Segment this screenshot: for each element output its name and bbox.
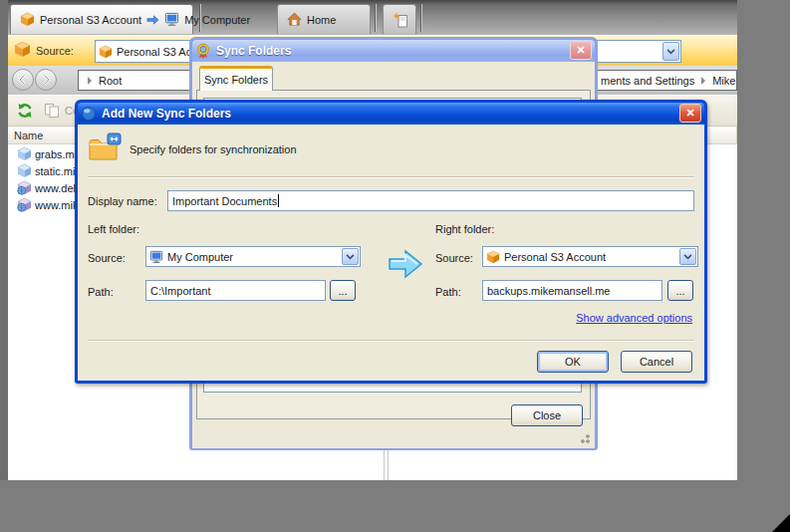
add-dialog-body: Specify folders for synchronization Disp…: [78, 125, 704, 381]
show-advanced-options-link[interactable]: Show advanced options: [576, 312, 692, 324]
bucket-icon: [99, 45, 113, 59]
sync-dialog-title: Sync Folders: [216, 44, 291, 58]
right-source-value: Personal S3 Account: [504, 251, 606, 263]
left-path-input[interactable]: C:\Important: [145, 280, 326, 301]
bucket-icon: [20, 12, 35, 27]
copy-icon: [44, 103, 60, 119]
forward-button[interactable]: [35, 69, 57, 91]
add-sync-folders-dialog: Add New Sync Folders ✕ Specify folders f…: [75, 100, 707, 384]
close-button[interactable]: Close: [511, 404, 583, 426]
right-folder-heading: Right folder:: [435, 223, 494, 235]
ok-button[interactable]: OK: [537, 351, 609, 373]
left-source-select[interactable]: My Computer: [145, 246, 361, 267]
add-dialog-title: Add New Sync Folders: [102, 107, 231, 121]
right-path-input[interactable]: backups.mikemansell.me: [482, 280, 662, 301]
left-source-value: My Computer: [167, 251, 233, 263]
right-source-select[interactable]: Personal S3 Account: [482, 246, 698, 267]
tab-home-label: Home: [307, 14, 336, 26]
app-sphere-icon: [81, 106, 97, 122]
chevron-down-icon: [662, 42, 679, 61]
sync-direction-arrow-icon: [387, 248, 424, 280]
website-bucket-icon: [17, 197, 32, 212]
folder-sync-icon: [88, 133, 122, 162]
website-bucket-icon: [17, 180, 32, 195]
bucket-icon: [17, 163, 32, 178]
right-browse-button[interactable]: ...: [667, 280, 693, 301]
refresh-button[interactable]: [11, 99, 39, 123]
divider: [88, 176, 694, 177]
chevron-right-icon: [88, 77, 92, 85]
left-source-label: Source:: [88, 252, 126, 264]
add-dialog-titlebar[interactable]: Add New Sync Folders ✕: [78, 103, 704, 125]
bucket-icon: [14, 41, 31, 58]
left-folder-heading: Left folder:: [88, 223, 139, 235]
back-button[interactable]: [12, 69, 34, 91]
computer-icon: [149, 250, 163, 264]
breadcrumb-path-fragment: ments and Settings: [601, 75, 694, 87]
sync-dialog-titlebar[interactable]: Sync Folders ✕: [192, 40, 595, 62]
divider: [88, 340, 694, 341]
right-source-label: Source:: [435, 252, 473, 264]
new-tab-button[interactable]: [383, 4, 416, 34]
screen: Personal S3 Account My Computer Home: [0, 0, 790, 532]
computer-icon: [164, 12, 179, 27]
right-path-label: Path:: [435, 286, 461, 298]
new-tab-icon: [393, 12, 408, 28]
sync-close-button[interactable]: ✕: [570, 41, 592, 60]
screen-corner-artifact: [772, 514, 790, 532]
tab-sync-folders[interactable]: Sync Folders: [199, 66, 273, 91]
breadcrumb-user: Mike: [712, 75, 735, 87]
chevron-right-icon: [701, 77, 705, 85]
chevron-down-icon: [342, 248, 359, 265]
tab-bar: Personal S3 Account My Computer Home: [8, 0, 737, 35]
chevron-down-icon: [679, 248, 696, 265]
breadcrumb-root: Root: [99, 75, 122, 87]
window-edge: [0, 0, 8, 480]
bucket-icon: [17, 146, 32, 161]
dialog-subtitle: Specify folders for synchronization: [130, 143, 297, 155]
tab-source-label: Personal S3 Account: [40, 14, 141, 26]
tab-target-label: My Computer: [184, 14, 250, 26]
cancel-button[interactable]: Cancel: [621, 351, 692, 373]
resize-grip[interactable]: [578, 431, 590, 443]
rosette-icon: [195, 43, 211, 59]
arrow-right-icon: [146, 14, 159, 26]
left-browse-button[interactable]: ...: [330, 280, 356, 301]
source-label: Source:: [36, 45, 74, 57]
left-path-label: Path:: [88, 286, 114, 298]
tab-sync-pair[interactable]: Personal S3 Account My Computer: [10, 4, 193, 34]
display-name-label: Display name:: [88, 195, 157, 207]
refresh-icon: [16, 102, 34, 120]
display-name-input[interactable]: Important Documents: [167, 190, 694, 211]
tab-separator: [375, 4, 376, 32]
tab-home[interactable]: Home: [277, 4, 371, 34]
add-close-button[interactable]: ✕: [679, 104, 701, 123]
tab-separator: [420, 4, 421, 32]
bucket-icon: [486, 250, 500, 264]
tab-separator: [199, 4, 200, 32]
home-icon: [287, 12, 302, 27]
text-cursor: [278, 194, 279, 207]
